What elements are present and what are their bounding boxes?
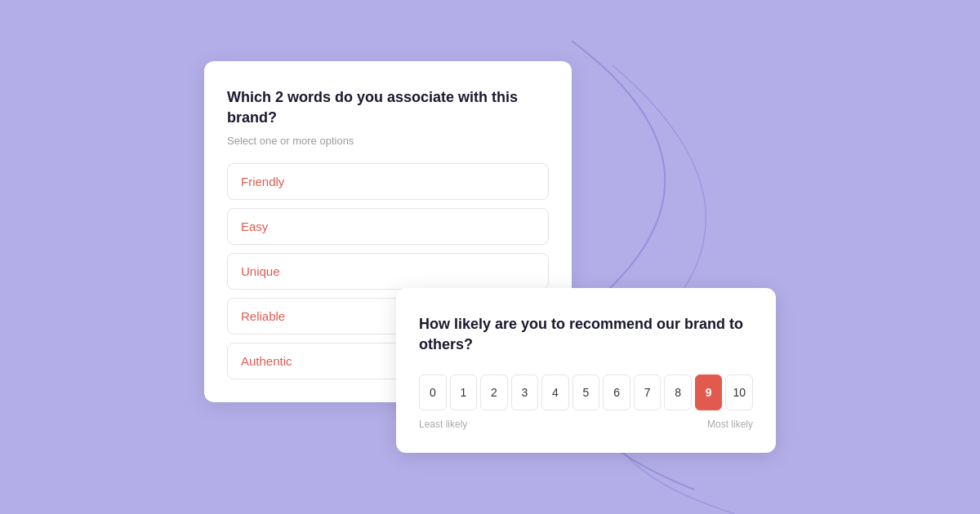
nps-card: How likely are you to recommend our bran… (396, 288, 776, 453)
nps-btn-9[interactable]: 9 (695, 374, 723, 410)
nps-btn-1[interactable]: 1 (450, 374, 478, 410)
nps-scale: 0 1 2 3 4 5 6 7 8 9 10 (419, 374, 753, 410)
nps-label-least: Least likely (419, 419, 467, 430)
nps-labels: Least likely Most likely (419, 419, 753, 430)
cards-container: Which 2 words do you associate with this… (204, 61, 776, 453)
nps-btn-0[interactable]: 0 (419, 374, 447, 410)
word-question-subtitle: Select one or more options (227, 135, 549, 147)
option-unique[interactable]: Unique (227, 253, 549, 290)
option-easy[interactable]: Easy (227, 208, 549, 245)
option-friendly[interactable]: Friendly (227, 163, 549, 200)
nps-btn-4[interactable]: 4 (541, 374, 569, 410)
nps-btn-8[interactable]: 8 (664, 374, 692, 410)
nps-btn-2[interactable]: 2 (480, 374, 508, 410)
nps-btn-3[interactable]: 3 (511, 374, 539, 410)
word-question-title: Which 2 words do you associate with this… (227, 87, 549, 128)
nps-btn-7[interactable]: 7 (634, 374, 662, 410)
nps-question-title: How likely are you to recommend our bran… (419, 314, 753, 355)
nps-label-most: Most likely (707, 419, 753, 430)
nps-btn-6[interactable]: 6 (603, 374, 630, 410)
nps-btn-10[interactable]: 10 (725, 374, 753, 410)
nps-btn-5[interactable]: 5 (572, 374, 600, 410)
